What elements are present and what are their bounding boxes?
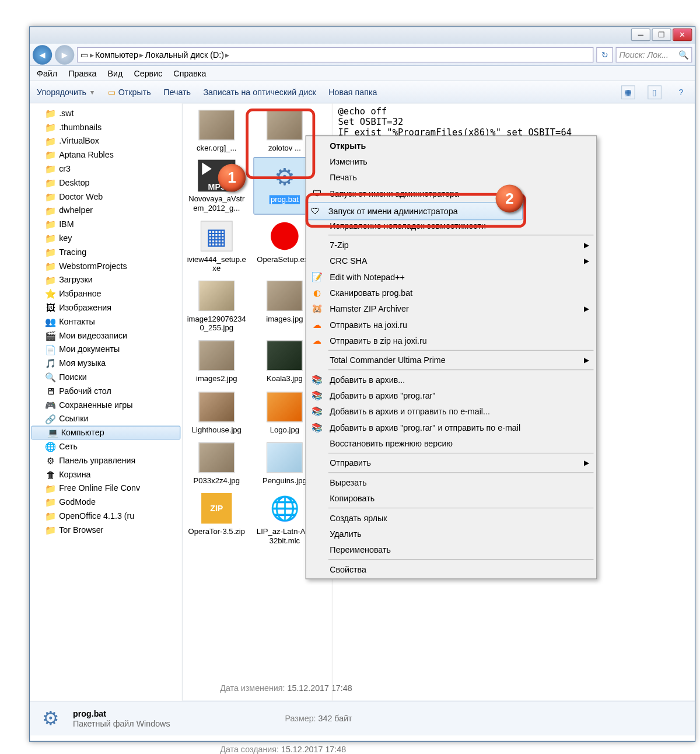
tree-item[interactable]: 📁Aptana Rubles bbox=[30, 148, 182, 162]
ctx-total-commander[interactable]: Total Commander Ultima Prime▶ bbox=[307, 352, 595, 368]
folder-icon: 📁 bbox=[45, 163, 56, 174]
close-button[interactable]: ✕ bbox=[673, 29, 692, 41]
tree-item[interactable]: 🎮Сохраненные игры bbox=[30, 398, 182, 412]
print-button[interactable]: Печать bbox=[163, 87, 191, 97]
tree-item[interactable]: 📁Doctor Web bbox=[30, 190, 182, 204]
file-label: Novovaya_aVstrem_2012_g... bbox=[187, 194, 246, 212]
file-item[interactable]: P033x2z4.jpg bbox=[186, 439, 248, 487]
tree-item[interactable]: 📁OpenOffice 4.1.3 (ru bbox=[30, 509, 182, 523]
ctx-scan[interactable]: ◐Сканировать prog.bat bbox=[307, 285, 595, 301]
help-button[interactable]: ? bbox=[674, 85, 688, 99]
ctx-hamster[interactable]: 🐹Hamster ZIP Archiver▶ bbox=[307, 301, 595, 316]
tree-item[interactable]: 📁.VirtualBox bbox=[30, 134, 182, 148]
tree-item[interactable]: 🔗Ссылки bbox=[30, 412, 182, 426]
back-button[interactable]: ◄ bbox=[33, 45, 52, 64]
tree-item[interactable]: 📁Tracing bbox=[30, 245, 182, 259]
ctx-shortcut[interactable]: Создать ярлык bbox=[307, 509, 595, 525]
tree-item[interactable]: 🌐Сеть bbox=[30, 439, 182, 453]
file-item[interactable]: Lighthouse.jpg bbox=[186, 388, 248, 436]
file-item[interactable]: image1290762340_255.jpg bbox=[186, 277, 248, 334]
tree-item[interactable]: 🎬Мои видеозаписи bbox=[30, 329, 182, 343]
menu-service[interactable]: Сервис bbox=[134, 68, 162, 78]
tree-item[interactable]: 📁IBM bbox=[30, 217, 182, 231]
tree-item[interactable]: 📁Tor Browser bbox=[30, 523, 182, 537]
menu-view[interactable]: Вид bbox=[108, 68, 123, 78]
nav-tree[interactable]: 📁.swt📁.thumbnails📁.VirtualBox📁Aptana Rub… bbox=[30, 103, 183, 700]
organize-button[interactable]: Упорядочить▼ bbox=[37, 87, 95, 97]
ctx-crc[interactable]: CRC SHA▶ bbox=[307, 253, 595, 268]
crumb-computer[interactable]: Компьютер bbox=[95, 50, 138, 60]
ctx-rar3[interactable]: 📚Добавить в архив и отправить по e-mail.… bbox=[307, 403, 595, 419]
ctx-copy[interactable]: Копировать bbox=[307, 490, 595, 506]
file-label: prog.bat bbox=[269, 196, 300, 205]
ctx-rar1[interactable]: 📚Добавить в архив... bbox=[307, 372, 595, 388]
tree-item[interactable]: 📁.swt bbox=[30, 106, 182, 120]
ctx-runas[interactable]: 🛡Запуск от имени администратора bbox=[307, 186, 595, 201]
tree-item[interactable]: 🖥Рабочий стол bbox=[30, 384, 182, 398]
tree-item[interactable]: ⭐Избранное bbox=[30, 287, 182, 301]
ctx-delete[interactable]: Удалить bbox=[307, 526, 595, 542]
refresh-button[interactable]: ↻ bbox=[596, 47, 613, 62]
minimize-button[interactable]: ─ bbox=[631, 29, 650, 41]
tree-label: Tor Browser bbox=[59, 525, 103, 535]
tree-item[interactable]: 🗑Корзина bbox=[30, 467, 182, 481]
folder-icon: 🎵 bbox=[45, 358, 56, 369]
file-item[interactable]: ▦iview444_setup.exe bbox=[186, 217, 248, 274]
menu-edit[interactable]: Правка bbox=[68, 68, 96, 78]
tree-item[interactable]: 💻Компьютер bbox=[32, 425, 181, 439]
burn-button[interactable]: Записать на оптический диск bbox=[203, 87, 316, 97]
crumb-current[interactable]: Локальный диск (D:) bbox=[145, 50, 224, 60]
tree-item[interactable]: 🔍Поиски bbox=[30, 370, 182, 384]
file-item[interactable]: images2.jpg bbox=[186, 337, 248, 385]
tree-item[interactable]: 📁cr3 bbox=[30, 162, 182, 176]
file-thumb bbox=[265, 338, 304, 373]
ctx-rename[interactable]: Переименовать bbox=[307, 542, 595, 557]
forward-button[interactable]: ► bbox=[55, 45, 74, 64]
menu-help[interactable]: Справка bbox=[173, 68, 206, 78]
tree-item[interactable]: 👥Контакты bbox=[30, 315, 182, 329]
tree-label: .thumbnails bbox=[59, 122, 102, 132]
open-button[interactable]: ▭Открыть bbox=[108, 87, 151, 97]
ctx-properties[interactable]: Свойства bbox=[307, 561, 595, 577]
chevron-right-icon: ▶ bbox=[584, 356, 590, 364]
tree-item[interactable]: 📁GodMode bbox=[30, 495, 182, 509]
ctx-joxi-zip[interactable]: ☁Отправить в zip на joxi.ru bbox=[307, 333, 595, 348]
chevron-right-icon: ▶ bbox=[584, 241, 590, 249]
file-item[interactable]: ZIPOperaTor-3.5.zip bbox=[186, 490, 248, 547]
ctx-rar2[interactable]: 📚Добавить в архив "prog.rar" bbox=[307, 388, 595, 403]
tree-label: Избранное bbox=[59, 289, 101, 299]
ctx-7zip[interactable]: 7-Zip▶ bbox=[307, 237, 595, 253]
ctx-edit[interactable]: Изменить bbox=[307, 153, 595, 169]
tree-item[interactable]: 📁Загрузки bbox=[30, 273, 182, 287]
view-options-button[interactable]: ▦ bbox=[621, 85, 635, 99]
ctx-restore[interactable]: Восстановить прежнюю версию bbox=[307, 435, 595, 451]
search-input[interactable]: Поиск: Лок... 🔍 bbox=[616, 47, 692, 62]
tree-item[interactable]: 📄Мои документы bbox=[30, 343, 182, 357]
maximize-button[interactable]: ☐ bbox=[652, 29, 671, 41]
tree-item[interactable]: 🎵Моя музыка bbox=[30, 356, 182, 370]
tree-item[interactable]: 📁Free Online File Conv bbox=[30, 481, 182, 495]
ctx-sendto[interactable]: Отправить▶ bbox=[307, 455, 595, 470]
folder-icon: 📁 bbox=[45, 511, 56, 522]
new-folder-button[interactable]: Новая папка bbox=[328, 87, 377, 97]
ctx-joxi[interactable]: ☁Отправить на joxi.ru bbox=[307, 317, 595, 333]
tree-item[interactable]: 🖼Изображения bbox=[30, 301, 182, 315]
preview-pane-button[interactable]: ▯ bbox=[648, 85, 662, 99]
tree-item[interactable]: 📁dwhelper bbox=[30, 204, 182, 218]
ctx-notepadpp[interactable]: 📝Edit with Notepad++ bbox=[307, 269, 595, 285]
tree-item[interactable]: 📁key bbox=[30, 231, 182, 245]
menu-file[interactable]: Файл bbox=[37, 68, 57, 78]
ctx-open[interactable]: Открыть bbox=[307, 138, 595, 153]
tree-label: Doctor Web bbox=[59, 191, 103, 201]
ctx-cut[interactable]: Вырезать bbox=[307, 474, 595, 490]
tree-item[interactable]: 📁.thumbnails bbox=[30, 120, 182, 134]
ctx-rar4[interactable]: 📚Добавить в архив "prog.rar" и отправить… bbox=[307, 420, 595, 435]
file-label: image1290762340_255.jpg bbox=[187, 315, 246, 333]
tree-item[interactable]: 📁Desktop bbox=[30, 176, 182, 190]
file-item[interactable]: cker.org]_... bbox=[186, 106, 248, 154]
breadcrumb[interactable]: ▭ ▸ Компьютер ▸ Локальный диск (D:) ▸ bbox=[77, 47, 593, 62]
tree-item[interactable]: ⚙Панель управления bbox=[30, 453, 182, 467]
tree-item[interactable]: 📁WebstormProjects bbox=[30, 259, 182, 273]
ctx-print[interactable]: Печать bbox=[307, 169, 595, 185]
tree-label: Мои видеозаписи bbox=[59, 330, 127, 340]
